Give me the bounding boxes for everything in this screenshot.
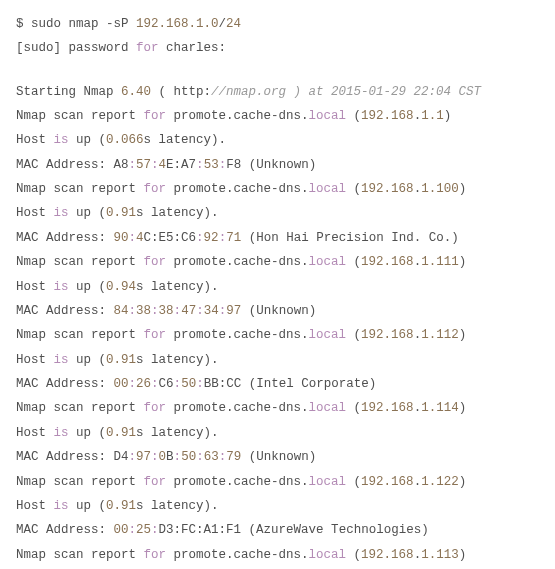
scan-report-line: Nmap scan report for promote.cache-dns.l… [16,396,539,420]
mac-line: MAC Address: D4:97:0B:50:63:79 (Unknown) [16,445,539,469]
host-up-line: Host is up (0.066s latency). [16,128,539,152]
scan-report-line: Nmap scan report for promote.cache-dns.l… [16,104,539,128]
host-up-line: Host is up (0.91s latency). [16,421,539,445]
is-keyword: is [54,133,69,147]
latency: 0.066 [106,133,144,147]
scan-report-line: Nmap scan report for promote.cache-dns.l… [16,177,539,201]
start-comment: //nmap.org ) at 2015-01-29 22:04 CST [211,85,481,99]
terminal-output: $ sudo nmap -sP 192.168.1.0/24 [sudo] pa… [16,12,539,569]
mac-line: MAC Address: A8:57:4E:A7:53:F8 (Unknown) [16,153,539,177]
target-ip: 192.168.1.0 [136,17,219,31]
host-up-line: Host is up (0.91s latency). [16,494,539,518]
scan-report-line: Nmap scan report for promote.cache-dns.l… [16,323,539,347]
nmap-start-line: Starting Nmap 6.40 ( http://nmap.org ) a… [16,80,539,104]
sudo-user: charles: [159,41,227,55]
host-up-line: Host is up (0.91s latency). [16,201,539,225]
mac-line: MAC Address: 84:38:38:47:34:97 (Unknown) [16,299,539,323]
mac-line: MAC Address: 00:25:D3:FC:A1:F1 (AzureWav… [16,518,539,542]
command-line: $ sudo nmap -sP 192.168.1.0/24 [16,12,539,36]
mac-line: MAC Address: 90:4C:E5:C6:92:71 (Hon Hai … [16,226,539,250]
ip-octets: 192.168 [361,109,414,123]
sudo-prompt: [sudo] password for charles: [16,36,539,60]
local-domain: local [309,109,347,123]
scan-report-line: Nmap scan report for promote.cache-dns.l… [16,470,539,494]
mac-line: MAC Address: 00:26:C6:50:BB:CC (Intel Co… [16,372,539,396]
for-keyword: for [136,41,159,55]
nmap-version: 6.40 [121,85,151,99]
cidr-mask: 24 [226,17,241,31]
blank-line [16,61,539,80]
scan-report-line: Nmap scan report for promote.cache-dns.l… [16,543,539,567]
host-up-line: Host is up (0.94s latency). [16,275,539,299]
scan-report-line: Nmap scan report for promote.cache-dns.l… [16,250,539,274]
host-up-line: Host is up (0.91s latency). [16,348,539,372]
shell-prompt: $ sudo nmap -sP [16,17,136,31]
